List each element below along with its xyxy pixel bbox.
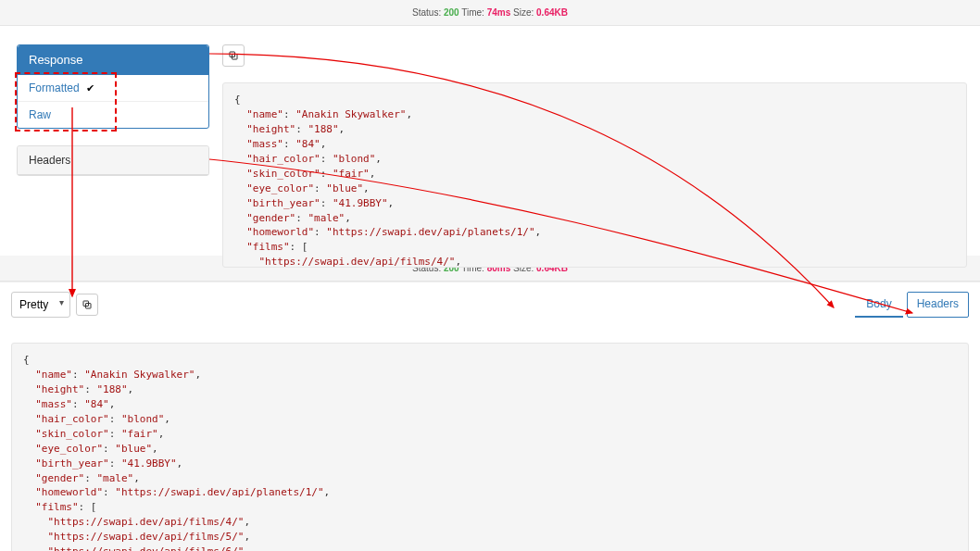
raw-label: Raw	[29, 108, 51, 121]
tab-body[interactable]: Body	[855, 292, 902, 318]
response-body-lower: { "name": "Anakin Skywalker", "height": …	[11, 343, 969, 551]
tab-body-label: Body	[866, 297, 891, 310]
status-code: 200	[444, 7, 459, 18]
formatted-label: Formatted	[29, 81, 80, 94]
headers-heading-label: Headers	[29, 154, 70, 167]
copy-icon	[82, 299, 93, 310]
copy-icon	[228, 50, 239, 61]
upper-status-bar: Status: 200 Time: 74ms Size: 0.64KB	[0, 0, 980, 26]
response-panel-heading[interactable]: Response	[18, 45, 208, 75]
size-value: 0.64KB	[536, 7, 568, 18]
size-label: Size:	[513, 7, 534, 18]
time-label: Time:	[461, 7, 484, 18]
copy-button[interactable]	[222, 44, 245, 67]
headers-panel-heading[interactable]: Headers	[18, 146, 208, 175]
tab-headers[interactable]: Headers	[907, 292, 969, 318]
response-body-upper: { "name": "Anakin Skywalker", "height": …	[222, 82, 967, 268]
headers-panel: Headers	[17, 145, 209, 176]
copy-button-lower[interactable]	[76, 294, 98, 316]
time-value: 74ms	[487, 7, 511, 18]
tab-headers-label: Headers	[917, 297, 959, 310]
response-panel: Response Formatted ✔ Raw	[17, 44, 209, 129]
format-option-formatted[interactable]: Formatted ✔	[18, 75, 208, 101]
response-heading-label: Response	[29, 53, 83, 67]
format-option-raw[interactable]: Raw	[18, 101, 208, 128]
status-label: Status:	[412, 7, 441, 18]
check-icon: ✔	[86, 82, 94, 94]
format-select[interactable]: Pretty	[11, 292, 70, 318]
